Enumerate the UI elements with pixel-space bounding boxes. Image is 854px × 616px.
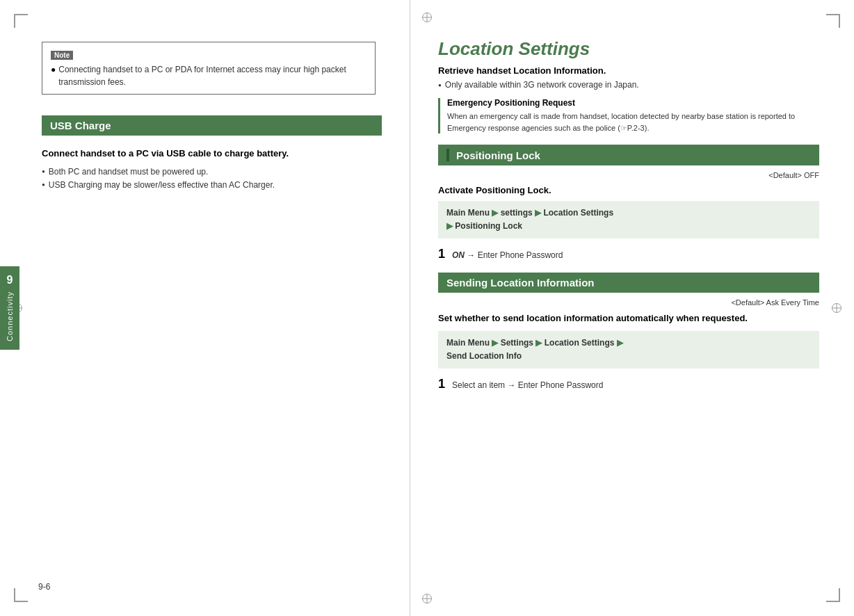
emergency-title: Emergency Positioning Request bbox=[447, 98, 819, 108]
usb-charge-title: Connect handset to a PC via USB cable to… bbox=[42, 148, 382, 159]
emergency-text: When an emergency call is made from hand… bbox=[447, 111, 819, 133]
left-column: Note ● Connecting handset to a PC or PDA… bbox=[0, 0, 410, 616]
header-accent bbox=[446, 149, 449, 161]
step-1-sending: 1 Select an item → Enter Phone Password bbox=[438, 377, 819, 391]
location-settings-label-2: Location Settings bbox=[545, 338, 615, 348]
send-location-info-label: Send Location Info bbox=[446, 351, 522, 361]
note-box: Note ● Connecting handset to a PC or PDA… bbox=[42, 42, 376, 95]
activate-title: Activate Positioning Lock. bbox=[438, 185, 819, 195]
menu-path-box-2: Main Menu ▶ Settings ▶ Location Settings… bbox=[438, 331, 819, 368]
usb-charge-header: USB Charge bbox=[42, 115, 382, 136]
usb-charge-item-2: USB Charging may be slower/less effectiv… bbox=[42, 179, 382, 192]
arrow-s2: ▶ bbox=[535, 338, 544, 348]
emergency-box: Emergency Positioning Request When an em… bbox=[438, 98, 819, 133]
location-settings-title: Location Settings bbox=[438, 38, 819, 60]
usb-charge-item-1: Both PC and handset must be powered up. bbox=[42, 165, 382, 179]
location-settings-label-1: Location Settings bbox=[543, 208, 613, 218]
main-menu-label-1: Main Menu bbox=[446, 208, 490, 218]
step-text-1: ON → Enter Phone Password bbox=[452, 249, 563, 261]
main-menu-label-2: Main Menu bbox=[446, 338, 490, 348]
only-available-text: Only available within 3G network coverag… bbox=[438, 80, 819, 90]
arrow-s3: ▶ bbox=[617, 338, 623, 348]
page-number: 9-6 bbox=[38, 582, 50, 592]
settings-label-2: Settings bbox=[501, 338, 533, 348]
menu-path-sending-line1: Main Menu ▶ Settings ▶ Location Settings… bbox=[446, 337, 811, 350]
usb-charge-list: Both PC and handset must be powered up. … bbox=[42, 165, 382, 192]
sending-location-header: Sending Location Information bbox=[438, 273, 819, 293]
sidebar-tab: 9 Connectivity bbox=[0, 266, 19, 350]
note-label: Note bbox=[51, 51, 73, 60]
settings-label-1: settings bbox=[501, 208, 533, 218]
set-whether-title: Set whether to send location information… bbox=[438, 312, 819, 325]
default-off: <Default> OFF bbox=[438, 171, 819, 179]
on-text: ON bbox=[452, 250, 465, 260]
step-arrow-text: → Enter Phone Password bbox=[467, 250, 563, 260]
step-number-s1: 1 bbox=[438, 377, 445, 391]
note-bullet: ● Connecting handset to a PC or PDA for … bbox=[51, 63, 366, 88]
arrow-3: ▶ bbox=[446, 221, 455, 231]
arrow-2: ▶ bbox=[535, 208, 543, 218]
step-text-s1: Select an item → Enter Phone Password bbox=[452, 379, 603, 391]
sidebar-number: 9 bbox=[7, 275, 13, 286]
page: Note ● Connecting handset to a PC or PDA… bbox=[0, 0, 854, 616]
bullet-dot: ● bbox=[51, 63, 56, 76]
positioning-lock-label: Positioning Lock bbox=[456, 149, 540, 161]
retrieve-title: Retrieve handset Location Information. bbox=[438, 65, 819, 76]
note-text: Connecting handset to a PC or PDA for In… bbox=[58, 63, 366, 88]
menu-path-line2: ▶ Positioning Lock bbox=[446, 220, 811, 233]
arrow-1: ▶ bbox=[492, 208, 500, 218]
arrow-s1: ▶ bbox=[492, 338, 500, 348]
menu-path-line1: Main Menu ▶ settings ▶ Location Settings bbox=[446, 206, 811, 220]
menu-path-box-1: Main Menu ▶ settings ▶ Location Settings… bbox=[438, 201, 819, 238]
sidebar-label: Connectivity bbox=[6, 291, 14, 341]
default-ask: <Default> Ask Every Time bbox=[438, 298, 819, 307]
right-column: Location Settings Retrieve handset Locat… bbox=[410, 0, 854, 616]
step-1-positioning: 1 ON → Enter Phone Password bbox=[438, 247, 819, 261]
menu-path-sending-line2: Send Location Info bbox=[446, 350, 811, 363]
positioning-lock-header: Positioning Lock bbox=[438, 145, 819, 165]
step-number-1: 1 bbox=[438, 247, 445, 261]
positioning-lock-label-2: Positioning Lock bbox=[455, 221, 522, 231]
